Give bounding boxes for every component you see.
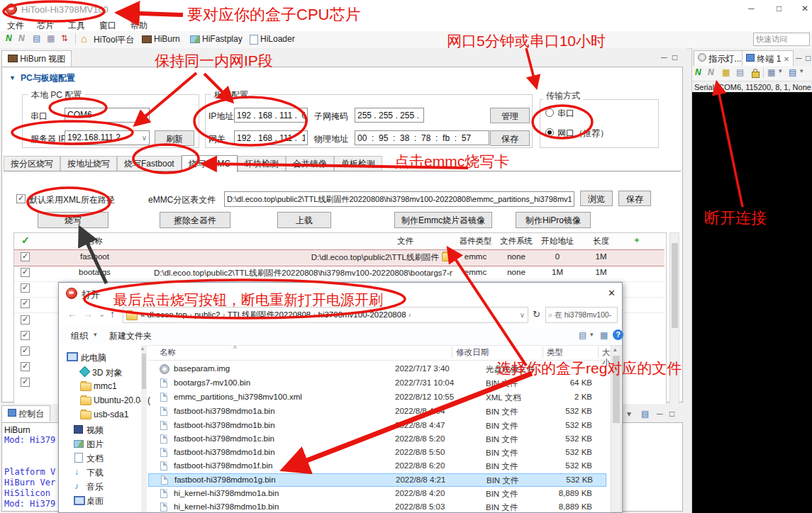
terminal-properties-icon[interactable]: ▦ [722, 67, 730, 77]
row-checkbox[interactable] [21, 283, 30, 293]
tab-merge-image[interactable]: 合并镜像 [286, 156, 334, 171]
list-scroll-up-icon[interactable]: ▴ [613, 346, 617, 353]
row-checkbox[interactable] [21, 378, 30, 387]
server-ip-combo[interactable]: 192.168.111.2 ∨ [65, 130, 150, 145]
new-folder-button[interactable]: 新建文件夹 [109, 330, 152, 342]
serial-radio[interactable] [545, 108, 554, 117]
mac-input[interactable] [355, 130, 489, 145]
file-row[interactable]: fastboot-hi3798mdmo1a.bin 2022/8/8 4:04 … [148, 405, 608, 419]
mask-input[interactable] [355, 108, 424, 123]
breadcrumb-item[interactable]: TTL线刷固件20220808 [228, 310, 311, 319]
tab-burn-fastboot[interactable]: 烧写Fastboot [117, 156, 182, 171]
menu-chip[interactable]: 芯片 [37, 20, 54, 32]
toolbar-hifastplay[interactable]: HiFastplay [202, 34, 243, 44]
terminal-disconnect-icon[interactable]: N [708, 67, 714, 77]
breadcrumb-item[interactable]: hi3798mv100-20220808 [318, 310, 406, 319]
console-menu-icon[interactable]: ▾ [627, 409, 631, 419]
tab-terminal-1[interactable]: 终端 1 ✕ [742, 50, 794, 67]
sidebar-scroll-up-icon[interactable]: ▴ [141, 345, 144, 351]
new-terminal-icon[interactable]: ▤ [789, 67, 796, 77]
remote-icon[interactable]: ▦ [47, 33, 55, 43]
sidebar-item-desktop[interactable]: 桌面 [87, 495, 104, 507]
panel-minimize-icon[interactable]: ─ [796, 53, 802, 63]
file-row-selected[interactable]: fastboot-hi3798mdmo1g.bin 2022/8/8 4:21 … [148, 473, 606, 487]
panel-maximize-icon[interactable]: □ [806, 53, 811, 63]
menu-file[interactable]: 文件 [7, 20, 24, 32]
tab-burn-by-address[interactable]: 按地址烧写 [60, 156, 117, 171]
transfer-icon[interactable]: ⇅ [61, 33, 68, 43]
col-device-type[interactable]: 器件类型 [455, 236, 496, 247]
xml-path-checkbox-label[interactable]: 默认采用XML所在路径 [29, 194, 115, 206]
disconnect-icon[interactable]: N [18, 33, 25, 43]
browse-button[interactable]: 浏览 [580, 191, 613, 206]
serial-radio-label[interactable]: 串口 [557, 108, 574, 120]
board-save-button[interactable]: 保存 [490, 130, 530, 146]
file-row[interactable]: hi_kernel-hi3798mdmo1a.bin 2022/8/8 4:20… [148, 487, 608, 501]
file-row[interactable]: bootargs7-mv100.bin 2022/7/31 10:04 BIN … [148, 377, 608, 390]
row-checkbox[interactable] [21, 346, 30, 356]
erase-all-button[interactable]: 擦除全器件 [160, 212, 230, 228]
col-file-type[interactable]: 类型 [547, 347, 563, 358]
console-maximize-icon[interactable]: □ [669, 409, 674, 419]
sidebar-item-this-pc[interactable]: 此电脑 [81, 352, 106, 364]
col-file-date[interactable]: 修改日期 [456, 347, 489, 358]
toolbar-hiburn[interactable]: HiBurn [154, 34, 180, 44]
row-checkbox[interactable] [21, 315, 30, 325]
dialog-search-box[interactable]: ⌕ 在 hi3798mv100-2022080... [545, 307, 618, 323]
make-emmc-image-button[interactable]: 制作Emmc烧片器镜像 [394, 212, 492, 228]
burn-button[interactable]: 烧写 [38, 212, 109, 228]
browse-file-icon[interactable] [442, 253, 453, 261]
home-icon[interactable]: ⌂ [81, 33, 87, 45]
tab-burn-by-partition[interactable]: 按分区烧写 [4, 156, 60, 171]
nav-up-icon[interactable]: ↑ [110, 308, 115, 320]
sidebar-item-3d-objects[interactable]: 3D 对象 [92, 367, 123, 379]
gateway-input[interactable] [234, 130, 308, 145]
tab-board-check[interactable]: 单板检测 [334, 156, 382, 171]
network-radio[interactable] [545, 128, 554, 137]
row-checkbox[interactable] [21, 331, 30, 340]
table-vscrollbar[interactable] [669, 232, 679, 405]
view-maximize-icon[interactable]: □ [672, 52, 677, 62]
sidebar-item-documents[interactable]: 文档 [87, 453, 104, 465]
col-file-name[interactable]: 名称 [160, 347, 176, 358]
table-row[interactable]: bootargs D:\dl.ecoo.top\public2\TTL线刷固件2… [14, 266, 664, 282]
upload-button[interactable]: 上载 [277, 212, 331, 228]
view-mode-icon[interactable]: ▤ [579, 330, 586, 340]
view-minimize-icon[interactable]: ─ [661, 52, 667, 62]
menu-tools[interactable]: 工具 [68, 20, 85, 32]
emmc-table-path-input[interactable] [224, 191, 574, 207]
connect-icon[interactable]: N [6, 33, 12, 43]
file-row[interactable]: fastboot-hi3798mdmo1f.bin 2022/8/8 6:20 … [148, 460, 608, 473]
tab-burn-emmc[interactable]: 烧写eMMC [182, 155, 238, 172]
sidebar-item-music[interactable]: 音乐 [87, 481, 104, 493]
breadcrumb-item[interactable]: public2 [194, 310, 220, 319]
sidebar-scrollbar[interactable]: ▴ [141, 345, 147, 512]
col-filesystem[interactable]: 文件系统 [496, 236, 537, 247]
terminal-screen[interactable] [692, 92, 812, 513]
make-hipro-image-button[interactable]: 制作HiPro镜像 [516, 212, 591, 228]
help-icon[interactable]: ? [613, 329, 623, 340]
flash-config-icon[interactable]: ▤ [33, 33, 40, 43]
row-checkbox[interactable] [21, 268, 30, 277]
organize-dropdown-icon[interactable]: ▾ [94, 331, 97, 338]
nav-forward-icon[interactable]: → [83, 308, 93, 320]
file-row[interactable]: fastboot-hi3798mdmo1b.bin 2022/8/8 4:47 … [148, 419, 608, 433]
serial-settings-icon[interactable]: ▦ [767, 67, 775, 77]
new-terminal-dropdown-icon[interactable]: ▾ [800, 67, 803, 74]
close-icon[interactable]: ✕ [801, 4, 808, 13]
xml-save-button[interactable]: 保存 [618, 191, 651, 206]
sidebar-item-downloads[interactable]: 下载 [87, 467, 104, 479]
row-checkbox[interactable] [21, 362, 30, 371]
view-mode-dropdown-icon[interactable]: ▾ [590, 331, 594, 338]
sidebar-item-mmc1[interactable]: mmc1 [94, 381, 117, 391]
scroll-lock-icon[interactable] [752, 72, 760, 78]
serial-combo[interactable]: COM6 ∨ [65, 108, 150, 123]
sidebar-item-pictures[interactable]: 图片 [87, 439, 104, 451]
select-all-check-icon[interactable]: ✓ [21, 235, 30, 246]
refresh-button[interactable]: 刷新 [155, 130, 194, 146]
serial-settings-dropdown-icon[interactable]: ▾ [779, 67, 782, 74]
file-row[interactable]: fastboot-hi3798mdmo1c.bin 2022/8/8 5:20 … [148, 433, 608, 446]
menu-help[interactable]: 帮助 [130, 20, 148, 32]
section-pc-board-config[interactable]: PC与板端配置 [21, 72, 75, 84]
col-file[interactable]: 文件 [397, 236, 413, 247]
